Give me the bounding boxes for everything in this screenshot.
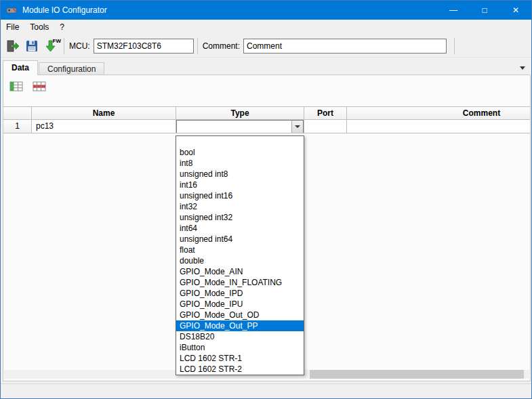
grid-data-row: 1 pc13 xyxy=(3,120,531,133)
port-cell[interactable] xyxy=(304,120,347,133)
dropdown-item[interactable]: DS18B20 xyxy=(176,331,304,342)
combobox-dropdown-button[interactable] xyxy=(291,121,303,133)
app-window: Module IO Configurator — □ ✕ File Tools … xyxy=(0,0,532,399)
grid-header-row: Name Type Port Comment xyxy=(3,106,531,120)
dropdown-item[interactable]: int16 xyxy=(176,180,304,190)
comment-cell[interactable] xyxy=(347,120,531,133)
dropdown-item[interactable]: int32 xyxy=(176,201,304,212)
comment-label: Comment: xyxy=(203,41,240,51)
dropdown-item[interactable]: iButton xyxy=(176,342,304,353)
header-name[interactable]: Name xyxy=(32,106,176,120)
menu-file[interactable]: File xyxy=(1,20,24,35)
dropdown-item[interactable]: LCD 1602 STR-2 xyxy=(176,364,304,375)
grid-toolbar xyxy=(7,79,48,94)
dropdown-item[interactable]: double xyxy=(176,255,304,266)
fw-label: FW xyxy=(53,38,61,44)
dropdown-item[interactable]: GPIO_Mode_Out_OD xyxy=(176,310,304,320)
tab-overflow-dropdown-icon[interactable] xyxy=(520,66,525,70)
exit-door-icon xyxy=(6,39,20,53)
chevron-down-icon xyxy=(295,125,300,128)
mcu-input[interactable] xyxy=(94,39,194,54)
add-row-button[interactable] xyxy=(7,79,25,94)
dropdown-item[interactable]: GPIO_Mode_IPU xyxy=(176,299,304,310)
dropdown-item[interactable] xyxy=(176,136,304,147)
type-cell xyxy=(176,120,304,133)
add-row-icon xyxy=(9,81,23,92)
toolbar-separator xyxy=(197,38,198,54)
row-number-cell[interactable]: 1 xyxy=(3,120,32,133)
flash-firmware-button[interactable]: FW xyxy=(41,37,60,56)
main-toolbar: FW MCU: Comment: xyxy=(1,35,531,58)
toolbar-separator xyxy=(454,38,455,54)
delete-row-icon xyxy=(33,81,46,92)
dropdown-item[interactable]: unsigned int32 xyxy=(176,212,304,223)
type-combobox[interactable] xyxy=(176,120,304,133)
dropdown-item[interactable]: LCD 1602 STR-1 xyxy=(176,353,304,364)
status-bar xyxy=(1,383,531,398)
type-dropdown-list: boolint8unsigned int8int16unsigned int16… xyxy=(176,135,304,375)
window-title: Module IO Configurator xyxy=(22,5,107,15)
dropdown-item[interactable]: unsigned int16 xyxy=(176,190,304,201)
menu-help[interactable]: ? xyxy=(54,20,70,35)
title-bar: Module IO Configurator — □ ✕ xyxy=(1,1,531,20)
close-button[interactable]: ✕ xyxy=(500,1,531,20)
dropdown-item[interactable]: unsigned int64 xyxy=(176,234,304,245)
dropdown-item[interactable]: bool xyxy=(176,147,304,158)
menu-bar: File Tools ? xyxy=(1,20,531,35)
header-comment[interactable]: Comment xyxy=(347,106,531,120)
tab-configuration[interactable]: Configuration xyxy=(39,62,104,75)
exit-button[interactable] xyxy=(3,37,22,56)
comment-input[interactable] xyxy=(243,39,447,54)
menu-tools[interactable]: Tools xyxy=(24,20,54,35)
app-icon xyxy=(6,5,17,16)
tab-data[interactable]: Data xyxy=(3,60,38,75)
horizontal-scrollbar-thumb[interactable] xyxy=(310,370,524,379)
name-cell[interactable]: pc13 xyxy=(32,120,176,133)
save-button[interactable] xyxy=(22,37,41,56)
header-row-number[interactable] xyxy=(3,106,32,120)
io-grid: Name Type Port Comment 1 pc13 xyxy=(3,106,531,133)
delete-row-button[interactable] xyxy=(30,79,48,94)
save-floppy-icon xyxy=(25,39,39,53)
dropdown-item[interactable]: GPIO_Mode_IPD xyxy=(176,288,304,299)
mcu-label: MCU: xyxy=(69,41,90,51)
dropdown-item[interactable]: GPIO_Mode_IN_FLOATING xyxy=(176,277,304,288)
maximize-button[interactable]: □ xyxy=(469,1,500,20)
tab-strip: Data Configuration xyxy=(3,60,529,75)
header-port[interactable]: Port xyxy=(304,106,347,120)
dropdown-item[interactable]: float xyxy=(176,245,304,255)
header-type[interactable]: Type xyxy=(176,106,304,120)
dropdown-item[interactable]: GPIO_Mode_Out_PP xyxy=(176,320,304,331)
dropdown-item[interactable]: GPIO_Mode_AIN xyxy=(176,266,304,277)
toolbar-separator xyxy=(64,38,64,54)
dropdown-item[interactable]: int8 xyxy=(176,158,304,169)
dropdown-item[interactable]: int64 xyxy=(176,223,304,234)
dropdown-item[interactable]: unsigned int8 xyxy=(176,169,304,180)
minimize-button[interactable]: — xyxy=(438,1,469,20)
